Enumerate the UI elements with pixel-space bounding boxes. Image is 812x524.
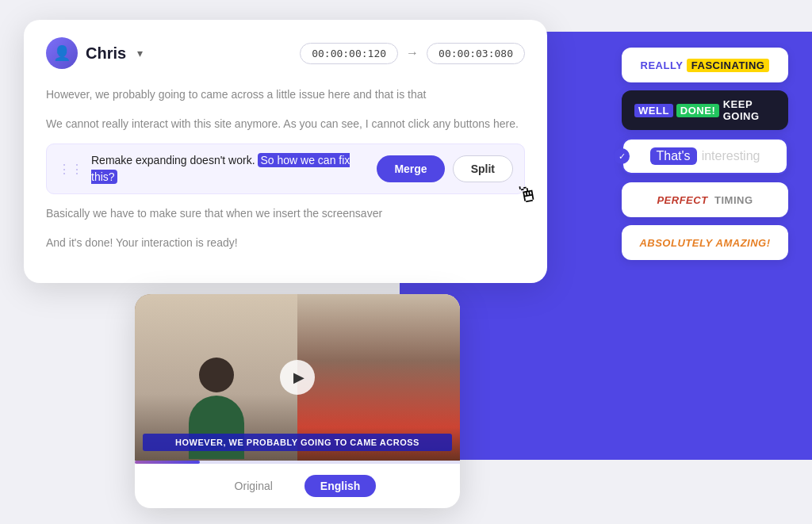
- time-start: 00:00:00:120: [300, 43, 398, 64]
- video-controls: Original English: [135, 464, 460, 508]
- phrase-card-thats-interesting[interactable]: ✓ That's interesting: [622, 138, 788, 174]
- split-button[interactable]: Split: [453, 155, 513, 182]
- transcript-line-4: And it's done! Your interaction is ready…: [46, 231, 525, 254]
- video-container[interactable]: ▶ HOWEVER, WE PROBABLY GOING TO CAME ACR…: [135, 294, 460, 461]
- phrase-word-timing: TIMING: [714, 194, 753, 206]
- phrase-word-perfect: PERFECT: [657, 194, 707, 206]
- time-range: 00:00:00:120 → 00:00:03:080: [300, 43, 525, 64]
- phrase-card-really-fascinating[interactable]: REALLY FASCINATING: [622, 48, 788, 82]
- play-button[interactable]: ▶: [280, 360, 315, 395]
- original-button[interactable]: Original: [219, 475, 289, 497]
- phrase-word-absolutely: absolutely: [639, 237, 712, 249]
- video-progress-bar[interactable]: [135, 461, 460, 464]
- transcript-active-line[interactable]: ⋮⋮ Remake expanding doesn't work. So how…: [46, 143, 525, 194]
- phrase-card-perfect-timing[interactable]: PERFECT TIMING: [622, 182, 788, 217]
- time-arrow-icon: →: [406, 46, 419, 60]
- phrase-word-thats: That's: [650, 147, 697, 165]
- transcript-line-2: We cannot really interact with this site…: [46, 113, 525, 136]
- checkmark-icon: ✓: [614, 148, 630, 164]
- video-progress-fill: [135, 461, 200, 464]
- avatar: 👤: [46, 37, 78, 69]
- english-button[interactable]: English: [304, 475, 377, 497]
- phrase-panel: REALLY FASCINATING WELL DONE! KEEP GOING…: [622, 48, 788, 260]
- active-text: Remake expanding doesn't work. So how we…: [91, 152, 369, 186]
- video-card: ▶ HOWEVER, WE PROBABLY GOING TO CAME ACR…: [135, 294, 460, 508]
- transcript-line-3: Basically we have to make sure that when…: [46, 202, 525, 225]
- transcript-card: 👤 Chris ▾ 00:00:00:120 → 00:00:03:080 Ho…: [24, 20, 547, 283]
- transcript-header: 👤 Chris ▾ 00:00:00:120 → 00:00:03:080: [46, 37, 525, 69]
- merge-button[interactable]: Merge: [377, 155, 444, 182]
- time-end: 00:00:03:080: [427, 43, 525, 64]
- transcript-line-1: However, we probably going to came acros…: [46, 83, 525, 106]
- phrase-word-done: DONE!: [676, 104, 719, 117]
- phrase-card-well-done[interactable]: WELL DONE! KEEP GOING: [622, 90, 788, 130]
- subtitle-text: HOWEVER, WE PROBABLY GOING TO CAME ACROS…: [143, 434, 452, 451]
- phrase-word-fascinating: FASCINATING: [687, 59, 770, 72]
- cursor-icon: 🖱: [514, 180, 540, 209]
- play-icon: ▶: [293, 369, 304, 386]
- phrase-word-interesting: interesting: [702, 149, 760, 163]
- drag-handle-icon[interactable]: ⋮⋮: [58, 162, 83, 177]
- highlighted-text: So how we can fix this?: [91, 153, 350, 184]
- action-buttons: Merge Split: [377, 155, 513, 182]
- user-info[interactable]: 👤 Chris ▾: [46, 37, 143, 69]
- phrase-word-keep-going: KEEP GOING: [723, 98, 776, 122]
- user-name: Chris: [86, 44, 126, 63]
- phrase-card-absolutely-amazing[interactable]: absolutely amazing!: [622, 225, 788, 260]
- avatar-inner: 👤: [46, 37, 78, 69]
- phrase-word-amazing: amazing!: [716, 237, 771, 249]
- phrase-word-really: REALLY: [641, 59, 684, 71]
- chevron-down-icon[interactable]: ▾: [137, 47, 143, 59]
- phrase-word-well: WELL: [634, 104, 673, 117]
- person-head: [199, 358, 234, 392]
